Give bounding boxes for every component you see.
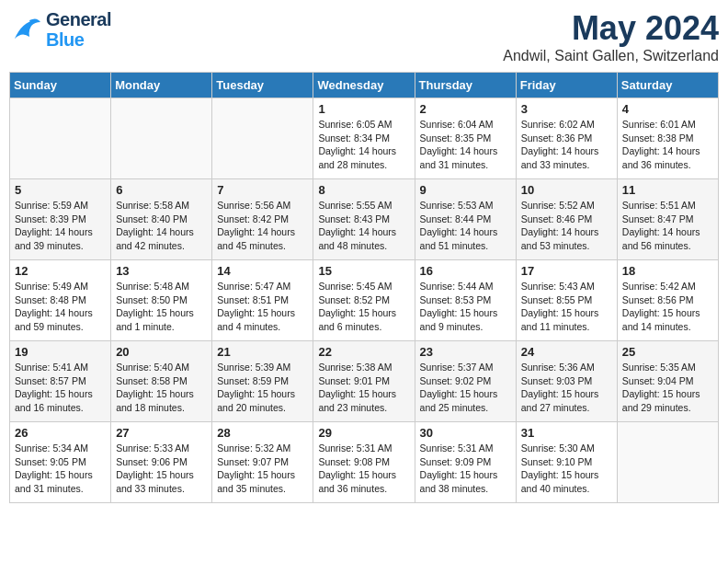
calendar-cell: 28Sunrise: 5:32 AMSunset: 9:07 PMDayligh… [212,422,313,503]
cell-content: Sunrise: 6:05 AMSunset: 8:34 PMDaylight:… [318,118,409,172]
day-number: 23 [420,345,511,359]
calendar-cell [111,98,212,179]
calendar-cell: 15Sunrise: 5:45 AMSunset: 8:52 PMDayligh… [313,260,415,341]
calendar-cell: 24Sunrise: 5:36 AMSunset: 9:03 PMDayligh… [516,341,617,422]
calendar-week-row: 5Sunrise: 5:59 AMSunset: 8:39 PMDaylight… [10,179,719,260]
cell-content: Sunrise: 5:34 AMSunset: 9:05 PMDaylight:… [15,442,106,496]
header-wednesday: Wednesday [313,73,415,98]
day-number: 28 [217,426,308,440]
calendar-cell: 22Sunrise: 5:38 AMSunset: 9:01 PMDayligh… [313,341,415,422]
calendar-cell: 3Sunrise: 6:02 AMSunset: 8:36 PMDaylight… [516,98,617,179]
cell-content: Sunrise: 5:51 AMSunset: 8:47 PMDaylight:… [622,199,713,253]
header-sunday: Sunday [10,73,111,98]
cell-content: Sunrise: 6:04 AMSunset: 8:35 PMDaylight:… [420,118,511,172]
calendar-week-row: 19Sunrise: 5:41 AMSunset: 8:57 PMDayligh… [10,341,719,422]
cell-content: Sunrise: 5:47 AMSunset: 8:51 PMDaylight:… [217,280,308,334]
calendar-cell: 4Sunrise: 6:01 AMSunset: 8:38 PMDaylight… [617,98,718,179]
calendar-cell: 2Sunrise: 6:04 AMSunset: 8:35 PMDaylight… [415,98,516,179]
day-number: 31 [521,426,612,440]
cell-content: Sunrise: 5:40 AMSunset: 8:58 PMDaylight:… [116,361,207,415]
cell-content: Sunrise: 5:32 AMSunset: 9:07 PMDaylight:… [217,442,308,496]
day-number: 20 [116,345,207,359]
calendar-cell: 1Sunrise: 6:05 AMSunset: 8:34 PMDaylight… [313,98,415,179]
month-title: May 2024 [503,9,719,48]
calendar-cell [617,422,718,503]
day-number: 8 [318,183,409,197]
logo-text: General Blue [46,9,111,49]
day-number: 30 [420,426,511,440]
calendar-title-area: May 2024 Andwil, Saint Gallen, Switzerla… [503,9,719,64]
calendar-cell: 10Sunrise: 5:52 AMSunset: 8:46 PMDayligh… [516,179,617,260]
cell-content: Sunrise: 5:35 AMSunset: 9:04 PMDaylight:… [622,361,713,415]
calendar-cell: 29Sunrise: 5:31 AMSunset: 9:08 PMDayligh… [313,422,415,503]
day-number: 21 [217,345,308,359]
page-header: General Blue May 2024 Andwil, Saint Gall… [9,9,719,64]
calendar-cell: 11Sunrise: 5:51 AMSunset: 8:47 PMDayligh… [617,179,718,260]
calendar-cell: 21Sunrise: 5:39 AMSunset: 8:59 PMDayligh… [212,341,313,422]
calendar-cell: 27Sunrise: 5:33 AMSunset: 9:06 PMDayligh… [111,422,212,503]
day-number: 11 [622,183,713,197]
day-number: 25 [622,345,713,359]
cell-content: Sunrise: 5:56 AMSunset: 8:42 PMDaylight:… [217,199,308,253]
day-number: 19 [15,345,106,359]
day-number: 27 [116,426,207,440]
day-number: 26 [15,426,106,440]
day-number: 16 [420,264,511,278]
header-thursday: Thursday [415,73,516,98]
calendar-cell: 8Sunrise: 5:55 AMSunset: 8:43 PMDaylight… [313,179,415,260]
calendar-cell: 16Sunrise: 5:44 AMSunset: 8:53 PMDayligh… [415,260,516,341]
calendar-cell: 30Sunrise: 5:31 AMSunset: 9:09 PMDayligh… [415,422,516,503]
day-number: 3 [521,102,612,116]
cell-content: Sunrise: 5:43 AMSunset: 8:55 PMDaylight:… [521,280,612,334]
cell-content: Sunrise: 5:39 AMSunset: 8:59 PMDaylight:… [217,361,308,415]
header-friday: Friday [516,73,617,98]
day-number: 6 [116,183,207,197]
cell-content: Sunrise: 5:33 AMSunset: 9:06 PMDaylight:… [116,442,207,496]
header-tuesday: Tuesday [212,73,313,98]
cell-content: Sunrise: 5:42 AMSunset: 8:56 PMDaylight:… [622,280,713,334]
cell-content: Sunrise: 5:31 AMSunset: 9:09 PMDaylight:… [420,442,511,496]
logo: General Blue [9,9,111,49]
logo-blue-text: Blue [46,30,84,49]
day-number: 12 [15,264,106,278]
calendar-cell: 19Sunrise: 5:41 AMSunset: 8:57 PMDayligh… [10,341,111,422]
cell-content: Sunrise: 5:41 AMSunset: 8:57 PMDaylight:… [15,361,106,415]
day-number: 5 [15,183,106,197]
calendar-cell: 20Sunrise: 5:40 AMSunset: 8:58 PMDayligh… [111,341,212,422]
cell-content: Sunrise: 5:48 AMSunset: 8:50 PMDaylight:… [116,280,207,334]
calendar-header-row: SundayMondayTuesdayWednesdayThursdayFrid… [10,73,719,98]
day-number: 14 [217,264,308,278]
calendar-cell: 23Sunrise: 5:37 AMSunset: 9:02 PMDayligh… [415,341,516,422]
cell-content: Sunrise: 5:53 AMSunset: 8:44 PMDaylight:… [420,199,511,253]
cell-content: Sunrise: 5:44 AMSunset: 8:53 PMDaylight:… [420,280,511,334]
calendar-cell: 25Sunrise: 5:35 AMSunset: 9:04 PMDayligh… [617,341,718,422]
calendar-cell: 7Sunrise: 5:56 AMSunset: 8:42 PMDaylight… [212,179,313,260]
cell-content: Sunrise: 5:52 AMSunset: 8:46 PMDaylight:… [521,199,612,253]
day-number: 10 [521,183,612,197]
calendar-cell: 12Sunrise: 5:49 AMSunset: 8:48 PMDayligh… [10,260,111,341]
logo-general-text: General [46,9,111,30]
header-monday: Monday [111,73,212,98]
cell-content: Sunrise: 5:38 AMSunset: 9:01 PMDaylight:… [318,361,409,415]
calendar-cell: 9Sunrise: 5:53 AMSunset: 8:44 PMDaylight… [415,179,516,260]
calendar-week-row: 1Sunrise: 6:05 AMSunset: 8:34 PMDaylight… [10,98,719,179]
calendar-cell: 14Sunrise: 5:47 AMSunset: 8:51 PMDayligh… [212,260,313,341]
day-number: 15 [318,264,409,278]
day-number: 4 [622,102,713,116]
calendar-cell [10,98,111,179]
cell-content: Sunrise: 5:31 AMSunset: 9:08 PMDaylight:… [318,442,409,496]
day-number: 9 [420,183,511,197]
day-number: 22 [318,345,409,359]
day-number: 13 [116,264,207,278]
calendar-table: SundayMondayTuesdayWednesdayThursdayFrid… [9,72,719,503]
day-number: 17 [521,264,612,278]
calendar-cell [212,98,313,179]
day-number: 29 [318,426,409,440]
calendar-week-row: 26Sunrise: 5:34 AMSunset: 9:05 PMDayligh… [10,422,719,503]
header-saturday: Saturday [617,73,718,98]
cell-content: Sunrise: 5:49 AMSunset: 8:48 PMDaylight:… [15,280,106,334]
calendar-cell: 18Sunrise: 5:42 AMSunset: 8:56 PMDayligh… [617,260,718,341]
day-number: 7 [217,183,308,197]
day-number: 18 [622,264,713,278]
calendar-cell: 13Sunrise: 5:48 AMSunset: 8:50 PMDayligh… [111,260,212,341]
